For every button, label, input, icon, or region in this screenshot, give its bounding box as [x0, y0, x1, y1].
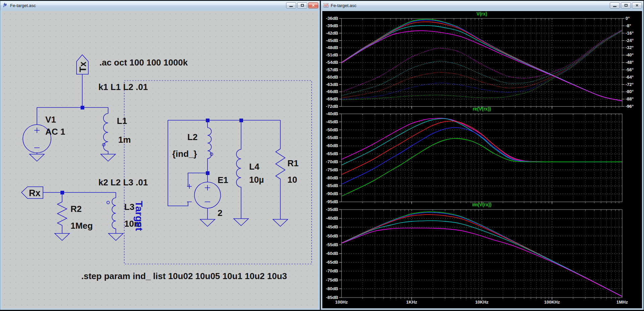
y-axis-label: -55dB	[326, 135, 338, 140]
label-e1[interactable]: E1	[218, 175, 228, 185]
component-l1[interactable]	[102, 114, 108, 151]
label-l1[interactable]: L1	[117, 116, 127, 126]
schematic-window: Fe-target.asc ✕	[0, 1, 320, 310]
y-axis-label: -75dB	[326, 167, 338, 172]
phase-axis-label: -64°	[626, 75, 634, 80]
y-axis-label: -69dB	[326, 96, 338, 101]
phase-axis-label: -24°	[626, 38, 634, 43]
restore-icon	[301, 4, 304, 7]
y-axis-label: -42dB	[326, 31, 338, 36]
minimize-icon	[613, 6, 616, 7]
phase-axis-label: -56°	[626, 67, 634, 72]
restore-button[interactable]	[621, 2, 631, 8]
port-label-tx[interactable]: Tx	[78, 61, 88, 72]
component-r1[interactable]	[276, 146, 285, 184]
component-l2[interactable]	[208, 128, 213, 159]
close-icon: ✕	[635, 4, 638, 7]
y-axis-label: -45dB	[326, 119, 338, 124]
label-l4[interactable]: L4	[249, 162, 260, 172]
y-axis-label: -39dB	[326, 23, 338, 28]
y-axis-label: -57dB	[326, 67, 338, 72]
label-r1[interactable]: R1	[287, 158, 298, 168]
target-box-label[interactable]: Target	[134, 201, 145, 231]
junction-dots	[60, 106, 243, 194]
y-axis-label: -65dB	[326, 151, 338, 156]
phase-axis-label: -32°	[626, 45, 634, 50]
schematic-window-titlebar[interactable]: Fe-target.asc ✕	[0, 1, 320, 10]
value-r1[interactable]: 10	[287, 175, 297, 185]
y-axis-label: -60dB	[326, 251, 338, 256]
y-axis-label: -85dB	[326, 183, 338, 188]
phase-axis-label: -80°	[626, 89, 634, 94]
y-axis-label: -45dB	[326, 224, 338, 229]
value-v1[interactable]: AC 1	[45, 127, 65, 137]
port-label-rx[interactable]: Rx	[29, 188, 41, 198]
restore-icon	[625, 4, 628, 7]
y-axis-label: -80dB	[326, 286, 338, 291]
directive-k2[interactable]: k2 L2 L3 .01	[98, 177, 148, 187]
y-axis-label: -54dB	[326, 60, 338, 65]
component-l3[interactable]	[107, 198, 116, 229]
minimize-button[interactable]	[286, 2, 296, 8]
y-axis-label: -48dB	[326, 45, 338, 50]
y-axis-label: -60dB	[326, 143, 338, 148]
component-e1[interactable]	[187, 182, 221, 208]
plot-pane-1[interactable]: -36dB-39dB-42dB-45dB-48dB-51dB-54dB-57dB…	[326, 11, 634, 109]
waveform-window-titlebar[interactable]: Fe-target.asc ✕	[321, 1, 643, 10]
y-axis-label: -95dB	[326, 199, 338, 204]
label-v1[interactable]: V1	[45, 115, 56, 125]
directive-ac[interactable]: .ac oct 100 100 1000k	[99, 57, 188, 68]
directive-k1[interactable]: k1 L1 L2 .01	[98, 82, 148, 92]
y-axis-label: -50dB	[326, 233, 338, 238]
value-e1[interactable]: 2	[218, 208, 222, 218]
plot-title: re(V(rx))	[473, 106, 491, 112]
phase-axis-label: -8°	[626, 23, 631, 28]
phase-axis-label: 0°	[626, 16, 630, 21]
y-axis-label: -70dB	[326, 159, 338, 164]
schematic-svg[interactable]: Tx Rx .ac oct 100 100 1000k k1 L1 L2 .01…	[2, 11, 319, 310]
phase-dot	[107, 201, 109, 204]
x-axis-label: 100Hz	[335, 300, 348, 305]
y-axis-label: -90dB	[326, 191, 338, 196]
ltspice-schematic-icon	[3, 3, 8, 8]
label-l3[interactable]: L3	[124, 202, 134, 212]
label-l2[interactable]: L2	[187, 132, 197, 142]
waveform-canvas[interactable]: -36dB-39dB-42dB-45dB-48dB-51dB-54dB-57dB…	[322, 11, 642, 308]
y-axis-label: -80dB	[326, 175, 338, 180]
phase-axis-label: -96°	[626, 104, 634, 109]
y-axis-label: -85dB	[326, 295, 338, 300]
minimize-icon	[289, 6, 293, 7]
y-axis-label: -50dB	[326, 127, 338, 132]
waveform-plots-svg[interactable]: -36dB-39dB-42dB-45dB-48dB-51dB-54dB-57dB…	[322, 11, 643, 310]
plot-title: V(rx)	[476, 11, 487, 16]
window-title: Fe-target.asc	[331, 3, 357, 8]
value-r2[interactable]: 1Meg	[71, 221, 93, 231]
target-group-box[interactable]	[124, 81, 312, 264]
y-axis-label: -55dB	[326, 242, 338, 247]
minimize-button[interactable]	[610, 2, 620, 8]
y-axis-label: -40dB	[326, 111, 338, 116]
x-axis-label: 100KHz	[544, 300, 560, 305]
directive-step[interactable]: .step param ind_ list 10u02 10u05 10u1 1…	[81, 271, 287, 281]
phase-axis-label: -72°	[626, 82, 634, 87]
y-axis-label: -40dB	[326, 216, 338, 221]
close-button[interactable]: ✕	[632, 2, 642, 8]
plot-pane-2[interactable]: -40dB-45dB-50dB-55dB-60dB-65dB-70dB-75dB…	[326, 106, 622, 204]
close-button[interactable]: ✕	[308, 2, 318, 8]
value-l4[interactable]: 10µ	[249, 175, 264, 185]
ltspice-waveform-icon	[323, 3, 329, 8]
component-r2[interactable]	[57, 200, 67, 227]
label-r2[interactable]: R2	[71, 204, 82, 214]
plot-pane-3[interactable]: -35dB-40dB-45dB-50dB-55dB-60dB-65dB-70dB…	[326, 202, 622, 300]
phase-axis-label: -88°	[626, 96, 634, 101]
schematic-canvas[interactable]: Tx Rx .ac oct 100 100 1000k k1 L1 L2 .01…	[2, 11, 318, 308]
x-axis-label: 10KHz	[475, 300, 489, 305]
trace-mag-step2	[341, 20, 622, 101]
value-l2[interactable]: {ind_}	[172, 149, 197, 159]
phase-axis-label: -48°	[626, 60, 634, 65]
component-l4[interactable]	[236, 149, 241, 187]
phase-axis-label: -16°	[626, 31, 634, 36]
restore-button[interactable]	[297, 2, 307, 8]
y-axis-label: -60dB	[326, 75, 338, 80]
value-l1[interactable]: 1m	[118, 135, 131, 145]
